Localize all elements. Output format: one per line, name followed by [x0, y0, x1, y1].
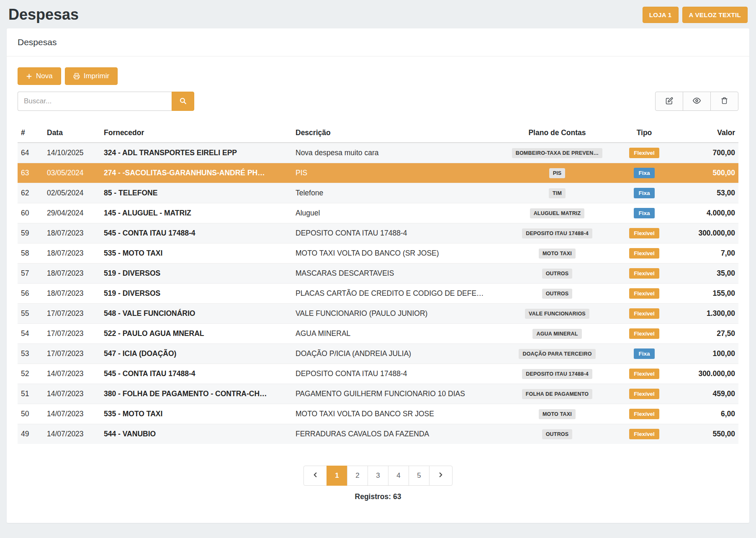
cell-supplier: 545 - CONTA ITAU 17488-4: [100, 223, 292, 243]
cell-date: 14/07/2023: [44, 364, 100, 384]
table-row[interactable]: 64 14/10/2025 324 - ADL TRANSPORTES EIRE…: [18, 143, 738, 163]
type-badge: Flexível: [629, 328, 659, 339]
records-count: Registros: 63: [18, 492, 738, 512]
table-row[interactable]: 50 14/07/2023 535 - MOTO TAXI MOTO TAXI …: [18, 404, 738, 424]
cell-value: 53,00: [671, 183, 738, 203]
header-value: Valor: [671, 124, 738, 143]
search-group: [18, 92, 194, 111]
print-button[interactable]: Imprimir: [65, 67, 118, 85]
plan-badge: AGUA MINERAL: [532, 329, 581, 339]
store-buttons: LOJA 1 A VELOZ TEXTIL: [643, 7, 748, 23]
cell-supplier: 519 - DIVERSOS: [100, 264, 292, 284]
cell-value: 1.300,00: [671, 304, 738, 324]
cell-id: 52: [18, 364, 44, 384]
cell-description: PIS: [292, 163, 497, 183]
type-badge: Flexível: [629, 228, 659, 238]
type-badge: Flexível: [629, 389, 659, 399]
table-row[interactable]: 62 02/05/2024 85 - TELEFONE Telefone TIM…: [18, 183, 738, 203]
cell-date: 14/07/2023: [44, 384, 100, 404]
cell-date: 17/07/2023: [44, 344, 100, 364]
header-type: Tipo: [617, 124, 671, 143]
edit-icon: [666, 97, 673, 106]
search-button[interactable]: [172, 92, 194, 111]
table-row[interactable]: 56 18/07/2023 519 - DIVERSOS PLACAS CART…: [18, 284, 738, 304]
cell-id: 56: [18, 284, 44, 304]
cell-supplier: 522 - PAULO AGUA MNERAL: [100, 324, 292, 344]
cell-value: 300.000,00: [671, 223, 738, 243]
store-button-loja1[interactable]: LOJA 1: [643, 7, 679, 23]
pagination: 1 2 3 4 5: [18, 466, 738, 486]
chevron-right-icon: [437, 471, 445, 481]
cell-value: 550,00: [671, 424, 738, 444]
plan-badge: PIS: [549, 168, 566, 178]
table-header: # Data Fornecedor Descrição Plano de Con…: [18, 124, 738, 143]
cell-supplier: 535 - MOTO TAXI: [100, 404, 292, 424]
type-badge: Flexível: [629, 288, 659, 299]
table-row[interactable]: 51 14/07/2023 380 - FOLHA DE PAGAMENTO -…: [18, 384, 738, 404]
cell-id: 54: [18, 324, 44, 344]
cell-description: Aluguel: [292, 203, 497, 223]
table-row[interactable]: 54 17/07/2023 522 - PAULO AGUA MNERAL AG…: [18, 324, 738, 344]
table-row[interactable]: 49 14/07/2023 544 - VANUBIO FERRADURAS C…: [18, 424, 738, 444]
search-icon: [179, 97, 187, 106]
table-row[interactable]: 55 17/07/2023 548 - VALE FUNCIONÁRIO VAL…: [18, 304, 738, 324]
edit-button[interactable]: [655, 92, 683, 111]
cell-supplier: 535 - MOTO TAXI: [100, 243, 292, 264]
table-row[interactable]: 58 18/07/2023 535 - MOTO TAXI MOTO TAXI …: [18, 243, 738, 264]
cell-id: 55: [18, 304, 44, 324]
table-row[interactable]: 53 17/07/2023 547 - ICIA (DOAÇÃO) DOAÇÃO…: [18, 344, 738, 364]
type-badge: Flexível: [629, 409, 659, 419]
cell-description: AGUA MINERAL: [292, 324, 497, 344]
store-button-company[interactable]: A VELOZ TEXTIL: [682, 7, 748, 23]
cell-date: 18/07/2023: [44, 223, 100, 243]
search-row: [18, 92, 738, 111]
cell-supplier: 547 - ICIA (DOAÇÃO): [100, 344, 292, 364]
cell-value: 500,00: [671, 163, 738, 183]
header-description: Descrição: [292, 124, 497, 143]
plus-icon: [26, 73, 32, 79]
pagination-prev-button[interactable]: [303, 466, 327, 486]
page: Despesas LOJA 1 A VELOZ TEXTIL Despesas …: [0, 0, 756, 530]
pagination-next-button[interactable]: [429, 466, 453, 486]
pagination-page-2[interactable]: 2: [347, 466, 368, 486]
cell-date: 17/07/2023: [44, 324, 100, 344]
cell-supplier: 545 - CONTA ITAU 17488-4: [100, 364, 292, 384]
cell-supplier: 324 - ADL TRANSPORTES EIRELI EPP: [100, 143, 292, 163]
cell-supplier: 544 - VANUBIO: [100, 424, 292, 444]
plan-badge: DOAÇÃO PARA TERCEIRO: [519, 349, 595, 359]
plan-badge: OUTROS: [542, 289, 573, 299]
cell-date: 18/07/2023: [44, 243, 100, 264]
pagination-page-5[interactable]: 5: [409, 466, 429, 486]
cell-value: 35,00: [671, 264, 738, 284]
table-row[interactable]: 60 29/04/2024 145 - ALUGUEL - MATRIZ Alu…: [18, 203, 738, 223]
search-input[interactable]: [18, 92, 172, 111]
eye-icon: [693, 97, 701, 106]
pagination-page-1[interactable]: 1: [327, 466, 347, 486]
cell-id: 51: [18, 384, 44, 404]
row-action-buttons: [655, 92, 738, 111]
page-title: Despesas: [8, 6, 79, 23]
new-expense-button[interactable]: Nova: [18, 67, 61, 85]
cell-date: 03/05/2024: [44, 163, 100, 183]
printer-icon: [73, 73, 80, 79]
cell-value: 459,00: [671, 384, 738, 404]
type-badge: Fixa: [634, 208, 654, 218]
cell-supplier: 85 - TELEFONE: [100, 183, 292, 203]
table-row[interactable]: 63 03/05/2024 274 - -SACOLITAS-GARANHUNS…: [18, 163, 738, 183]
header-plan: Plano de Contas: [497, 124, 617, 143]
table-row[interactable]: 52 14/07/2023 545 - CONTA ITAU 17488-4 D…: [18, 364, 738, 384]
cell-value: 4.000,00: [671, 203, 738, 223]
pagination-page-4[interactable]: 4: [388, 466, 409, 486]
type-badge: Fixa: [634, 188, 654, 198]
pagination-page-3[interactable]: 3: [368, 466, 388, 486]
table-row[interactable]: 57 18/07/2023 519 - DIVERSOS MASCARAS DE…: [18, 264, 738, 284]
plan-badge: MOTO TAXI: [539, 249, 576, 259]
delete-button[interactable]: [710, 92, 738, 111]
cell-date: 29/04/2024: [44, 203, 100, 223]
cell-date: 18/07/2023: [44, 264, 100, 284]
view-button[interactable]: [683, 92, 711, 111]
table-row[interactable]: 59 18/07/2023 545 - CONTA ITAU 17488-4 D…: [18, 223, 738, 243]
cell-date: 17/07/2023: [44, 304, 100, 324]
cell-value: 6,00: [671, 404, 738, 424]
cell-supplier: 380 - FOLHA DE PAGAMENTO - CONTRA-CH…: [100, 384, 292, 404]
